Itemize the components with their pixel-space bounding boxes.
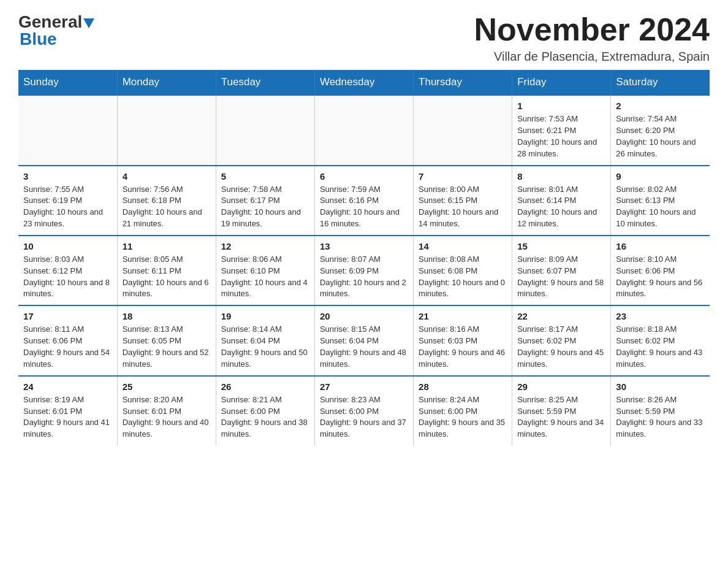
logo: General Blue bbox=[18, 12, 94, 49]
calendar-header-row: SundayMondayTuesdayWednesdayThursdayFrid… bbox=[18, 70, 710, 95]
day-info: Sunrise: 7:58 AMSunset: 6:17 PMDaylight:… bbox=[221, 184, 309, 230]
title-section: November 2024 Villar de Plasencia, Extre… bbox=[474, 12, 710, 64]
calendar-cell: 23Sunrise: 8:18 AMSunset: 6:02 PMDayligh… bbox=[611, 305, 710, 375]
day-info: Sunrise: 8:14 AMSunset: 6:04 PMDaylight:… bbox=[221, 324, 309, 370]
day-number: 20 bbox=[320, 311, 408, 321]
calendar-cell: 9Sunrise: 8:02 AMSunset: 6:13 PMDaylight… bbox=[611, 166, 710, 236]
day-number: 14 bbox=[419, 241, 507, 251]
day-info: Sunrise: 8:00 AMSunset: 6:15 PMDaylight:… bbox=[419, 184, 507, 230]
calendar-cell: 7Sunrise: 8:00 AMSunset: 6:15 PMDaylight… bbox=[414, 166, 512, 236]
page-header: General Blue November 2024 Villar de Pla… bbox=[18, 12, 710, 64]
calendar-cell: 26Sunrise: 8:21 AMSunset: 6:00 PMDayligh… bbox=[216, 376, 314, 445]
calendar-cell: 1Sunrise: 7:53 AMSunset: 6:21 PMDaylight… bbox=[512, 95, 611, 165]
day-info: Sunrise: 8:05 AMSunset: 6:11 PMDaylight:… bbox=[123, 254, 211, 300]
day-number: 4 bbox=[123, 171, 211, 182]
calendar-week-5: 24Sunrise: 8:19 AMSunset: 6:01 PMDayligh… bbox=[18, 376, 710, 445]
day-info: Sunrise: 7:56 AMSunset: 6:18 PMDaylight:… bbox=[123, 184, 211, 230]
day-number: 1 bbox=[517, 101, 605, 111]
day-number: 15 bbox=[517, 241, 605, 251]
day-number: 11 bbox=[123, 241, 211, 251]
calendar-cell: 11Sunrise: 8:05 AMSunset: 6:11 PMDayligh… bbox=[117, 236, 216, 305]
day-info: Sunrise: 7:59 AMSunset: 6:16 PMDaylight:… bbox=[320, 184, 408, 230]
day-info: Sunrise: 8:06 AMSunset: 6:10 PMDaylight:… bbox=[221, 254, 309, 300]
calendar-week-3: 10Sunrise: 8:03 AMSunset: 6:12 PMDayligh… bbox=[18, 236, 710, 305]
day-number: 2 bbox=[616, 101, 705, 111]
calendar-cell bbox=[314, 95, 413, 165]
calendar-cell: 13Sunrise: 8:07 AMSunset: 6:09 PMDayligh… bbox=[314, 236, 413, 305]
day-number: 28 bbox=[419, 381, 507, 392]
day-number: 21 bbox=[419, 311, 507, 321]
day-number: 16 bbox=[616, 241, 705, 251]
day-number: 8 bbox=[517, 171, 605, 182]
calendar-cell: 24Sunrise: 8:19 AMSunset: 6:01 PMDayligh… bbox=[18, 376, 117, 445]
calendar-cell: 20Sunrise: 8:15 AMSunset: 6:04 PMDayligh… bbox=[314, 305, 413, 375]
calendar-cell: 21Sunrise: 8:16 AMSunset: 6:03 PMDayligh… bbox=[414, 305, 512, 375]
calendar-cell: 25Sunrise: 8:20 AMSunset: 6:01 PMDayligh… bbox=[117, 376, 216, 445]
day-number: 13 bbox=[320, 241, 408, 251]
day-number: 26 bbox=[221, 381, 309, 392]
calendar-cell: 18Sunrise: 8:13 AMSunset: 6:05 PMDayligh… bbox=[117, 305, 216, 375]
calendar-cell: 29Sunrise: 8:25 AMSunset: 5:59 PMDayligh… bbox=[512, 376, 611, 445]
day-number: 12 bbox=[221, 241, 309, 251]
day-info: Sunrise: 8:26 AMSunset: 5:59 PMDaylight:… bbox=[616, 394, 705, 440]
weekday-header-thursday: Thursday bbox=[414, 70, 512, 95]
day-info: Sunrise: 8:02 AMSunset: 6:13 PMDaylight:… bbox=[616, 184, 705, 230]
day-number: 25 bbox=[123, 381, 211, 392]
weekday-header-wednesday: Wednesday bbox=[314, 70, 413, 95]
day-number: 27 bbox=[320, 381, 408, 392]
day-info: Sunrise: 8:18 AMSunset: 6:02 PMDaylight:… bbox=[616, 324, 705, 370]
day-number: 5 bbox=[221, 171, 309, 182]
day-info: Sunrise: 8:07 AMSunset: 6:09 PMDaylight:… bbox=[320, 254, 408, 300]
calendar-cell bbox=[18, 95, 117, 165]
calendar-cell: 10Sunrise: 8:03 AMSunset: 6:12 PMDayligh… bbox=[18, 236, 117, 305]
day-number: 10 bbox=[23, 241, 112, 251]
day-info: Sunrise: 8:15 AMSunset: 6:04 PMDaylight:… bbox=[320, 324, 408, 370]
day-number: 24 bbox=[23, 381, 112, 392]
day-info: Sunrise: 8:09 AMSunset: 6:07 PMDaylight:… bbox=[517, 254, 605, 300]
day-info: Sunrise: 7:53 AMSunset: 6:21 PMDaylight:… bbox=[517, 113, 605, 159]
day-info: Sunrise: 8:11 AMSunset: 6:06 PMDaylight:… bbox=[23, 324, 112, 370]
day-info: Sunrise: 7:54 AMSunset: 6:20 PMDaylight:… bbox=[616, 113, 705, 159]
calendar-cell: 16Sunrise: 8:10 AMSunset: 6:06 PMDayligh… bbox=[611, 236, 710, 305]
month-title: November 2024 bbox=[474, 12, 710, 47]
calendar-cell bbox=[414, 95, 512, 165]
calendar-week-2: 3Sunrise: 7:55 AMSunset: 6:19 PMDaylight… bbox=[18, 166, 710, 236]
calendar-cell: 12Sunrise: 8:06 AMSunset: 6:10 PMDayligh… bbox=[216, 236, 314, 305]
day-info: Sunrise: 8:24 AMSunset: 6:00 PMDaylight:… bbox=[419, 394, 507, 440]
svg-marker-0 bbox=[83, 18, 94, 28]
day-info: Sunrise: 8:13 AMSunset: 6:05 PMDaylight:… bbox=[123, 324, 211, 370]
day-number: 18 bbox=[123, 311, 211, 321]
day-number: 3 bbox=[23, 171, 112, 182]
day-info: Sunrise: 8:08 AMSunset: 6:08 PMDaylight:… bbox=[419, 254, 507, 300]
day-info: Sunrise: 7:55 AMSunset: 6:19 PMDaylight:… bbox=[23, 184, 112, 230]
calendar-week-1: 1Sunrise: 7:53 AMSunset: 6:21 PMDaylight… bbox=[18, 95, 710, 165]
day-info: Sunrise: 8:20 AMSunset: 6:01 PMDaylight:… bbox=[123, 394, 211, 440]
calendar-week-4: 17Sunrise: 8:11 AMSunset: 6:06 PMDayligh… bbox=[18, 305, 710, 375]
calendar-cell: 22Sunrise: 8:17 AMSunset: 6:02 PMDayligh… bbox=[512, 305, 611, 375]
calendar-cell: 8Sunrise: 8:01 AMSunset: 6:14 PMDaylight… bbox=[512, 166, 611, 236]
day-number: 9 bbox=[616, 171, 705, 182]
day-info: Sunrise: 8:23 AMSunset: 6:00 PMDaylight:… bbox=[320, 394, 408, 440]
weekday-header-saturday: Saturday bbox=[611, 70, 710, 95]
weekday-header-tuesday: Tuesday bbox=[216, 70, 314, 95]
calendar-cell: 17Sunrise: 8:11 AMSunset: 6:06 PMDayligh… bbox=[18, 305, 117, 375]
calendar-cell: 28Sunrise: 8:24 AMSunset: 6:00 PMDayligh… bbox=[414, 376, 512, 445]
calendar-cell: 6Sunrise: 7:59 AMSunset: 6:16 PMDaylight… bbox=[314, 166, 413, 236]
calendar-cell bbox=[216, 95, 314, 165]
calendar-cell: 15Sunrise: 8:09 AMSunset: 6:07 PMDayligh… bbox=[512, 236, 611, 305]
calendar-cell: 3Sunrise: 7:55 AMSunset: 6:19 PMDaylight… bbox=[18, 166, 117, 236]
calendar-table: SundayMondayTuesdayWednesdayThursdayFrid… bbox=[18, 70, 710, 445]
day-info: Sunrise: 8:03 AMSunset: 6:12 PMDaylight:… bbox=[23, 254, 112, 300]
logo-arrow-icon bbox=[83, 18, 94, 28]
day-number: 23 bbox=[616, 311, 705, 321]
day-number: 30 bbox=[616, 381, 705, 392]
day-number: 22 bbox=[517, 311, 605, 321]
day-number: 7 bbox=[419, 171, 507, 182]
weekday-header-friday: Friday bbox=[512, 70, 611, 95]
day-info: Sunrise: 8:10 AMSunset: 6:06 PMDaylight:… bbox=[616, 254, 705, 300]
logo-blue-text: Blue bbox=[20, 29, 57, 49]
calendar-cell: 19Sunrise: 8:14 AMSunset: 6:04 PMDayligh… bbox=[216, 305, 314, 375]
calendar-cell bbox=[117, 95, 216, 165]
day-info: Sunrise: 8:17 AMSunset: 6:02 PMDaylight:… bbox=[517, 324, 605, 370]
calendar-cell: 14Sunrise: 8:08 AMSunset: 6:08 PMDayligh… bbox=[414, 236, 512, 305]
